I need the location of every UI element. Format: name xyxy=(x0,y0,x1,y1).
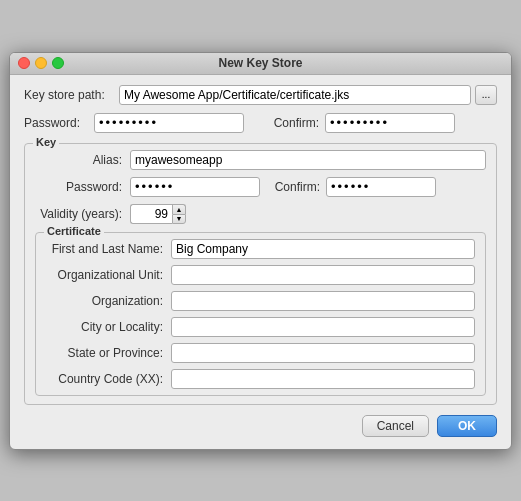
browse-button[interactable]: ... xyxy=(475,85,497,105)
keystore-password-row: Password: Confirm: xyxy=(24,113,497,133)
minimize-button[interactable] xyxy=(35,57,47,69)
close-button[interactable] xyxy=(18,57,30,69)
cert-label-1: Organizational Unit: xyxy=(46,268,171,282)
cert-field-3: City or Locality: xyxy=(46,317,475,337)
cert-input-2[interactable] xyxy=(171,291,475,311)
cancel-button[interactable]: Cancel xyxy=(362,415,429,437)
cert-label-3: City or Locality: xyxy=(46,320,171,334)
key-group-title: Key xyxy=(33,136,59,148)
alias-row: Alias: xyxy=(35,150,486,170)
cert-field-2: Organization: xyxy=(46,291,475,311)
window-controls xyxy=(18,57,64,69)
key-password-row: Password: Confirm: xyxy=(35,177,486,197)
cert-input-1[interactable] xyxy=(171,265,475,285)
cert-field-0: First and Last Name: xyxy=(46,239,475,259)
key-confirm-input[interactable] xyxy=(326,177,436,197)
validity-input[interactable] xyxy=(130,204,172,224)
cert-label-5: Country Code (XX): xyxy=(46,372,171,386)
validity-spinner: ▲ ▼ xyxy=(172,204,186,224)
cert-input-4[interactable] xyxy=(171,343,475,363)
keystore-password-input[interactable] xyxy=(94,113,244,133)
dialog-content: Key store path: ... Password: Confirm: K… xyxy=(10,75,511,449)
cert-label-2: Organization: xyxy=(46,294,171,308)
validity-row: Validity (years): ▲ ▼ xyxy=(35,204,486,224)
new-key-store-window: New Key Store Key store path: ... Passwo… xyxy=(9,52,512,450)
validity-decrement-button[interactable]: ▼ xyxy=(172,214,186,224)
validity-increment-button[interactable]: ▲ xyxy=(172,204,186,214)
keystorepath-label: Key store path: xyxy=(24,88,119,102)
window-title: New Key Store xyxy=(218,56,302,70)
keystore-password-label: Password: xyxy=(24,116,94,130)
validity-label: Validity (years): xyxy=(35,207,130,221)
keystore-confirm-input[interactable] xyxy=(325,113,455,133)
maximize-button[interactable] xyxy=(52,57,64,69)
keystorepath-input[interactable] xyxy=(119,85,471,105)
dialog-buttons: Cancel OK xyxy=(24,415,497,437)
key-password-label: Password: xyxy=(35,180,130,194)
cert-input-0[interactable] xyxy=(171,239,475,259)
certificate-group: Certificate First and Last Name: Organiz… xyxy=(35,232,486,396)
title-bar: New Key Store xyxy=(10,53,511,75)
cert-input-3[interactable] xyxy=(171,317,475,337)
alias-input[interactable] xyxy=(130,150,486,170)
keystore-confirm-label: Confirm: xyxy=(254,116,319,130)
cert-field-4: State or Province: xyxy=(46,343,475,363)
cert-label-4: State or Province: xyxy=(46,346,171,360)
certificate-group-title: Certificate xyxy=(44,225,104,237)
keystorepath-row: Key store path: ... xyxy=(24,85,497,105)
key-group: Key Alias: Password: Confirm: Validity (… xyxy=(24,143,497,405)
cert-field-5: Country Code (XX): xyxy=(46,369,475,389)
alias-label: Alias: xyxy=(35,153,130,167)
ok-button[interactable]: OK xyxy=(437,415,497,437)
cert-label-0: First and Last Name: xyxy=(46,242,171,256)
key-confirm-label: Confirm: xyxy=(266,180,326,194)
cert-input-5[interactable] xyxy=(171,369,475,389)
cert-field-1: Organizational Unit: xyxy=(46,265,475,285)
key-password-input[interactable] xyxy=(130,177,260,197)
